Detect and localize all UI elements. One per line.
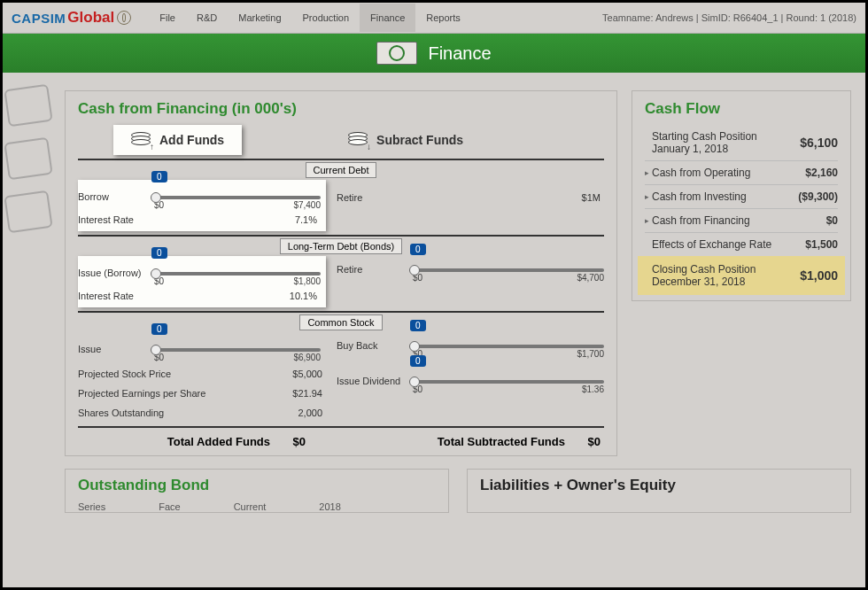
- borrow-value: 0: [151, 171, 167, 182]
- cashflow-label: Closing Cash Position December 31, 2018: [652, 263, 783, 288]
- expand-icon: ▸: [645, 192, 652, 201]
- menu-rnd[interactable]: R&D: [186, 4, 228, 32]
- menu-marketing[interactable]: Marketing: [228, 4, 291, 32]
- cashflow-row[interactable]: ▸Cash from Operating$2,160: [645, 160, 838, 184]
- section-common-stock: Common Stock Issue 0 $0$6,900: [78, 313, 604, 423]
- cashflow-value: $2,160: [783, 167, 838, 179]
- cashflow-label: Cash from Financing: [652, 214, 783, 227]
- interest-label: Interest Rate: [78, 214, 154, 225]
- coins-add-icon: ↑: [131, 132, 151, 148]
- outstanding-bond-panel: Outstanding Bond Series Face Current 201…: [65, 469, 449, 513]
- buyback-slider[interactable]: 0 $0$1,700: [413, 332, 604, 359]
- logo-text-1: CAPSIM: [12, 11, 66, 26]
- section-long-term: Long-Term Debt (Bonds) Issue (Borrow) 0 …: [78, 237, 604, 307]
- total-added: $0: [270, 435, 306, 448]
- cashflow-row: Starting Cash Position January 1, 2018$6…: [645, 125, 838, 160]
- retire-label: Retire: [337, 264, 413, 275]
- cashflow-row: Closing Cash Position December 31, 2018$…: [638, 256, 845, 295]
- cash-icon: [376, 42, 417, 65]
- stock-issue-slider[interactable]: 0 $0$6,900: [154, 336, 321, 362]
- tab-subtract-label: Subract Funds: [376, 133, 463, 147]
- cashflow-value: $0: [783, 214, 838, 227]
- financing-panel: Cash from Financing (in 000's) ↑ Add Fun…: [65, 90, 617, 456]
- globe-icon: [117, 11, 131, 25]
- page-banner: Finance: [3, 34, 865, 73]
- panel-title: Cash from Financing (in 000's): [78, 100, 604, 118]
- cashflow-label: Cash from Investing: [652, 190, 783, 203]
- cashflow-value: $1,500: [783, 238, 838, 251]
- totals-row: Total Added Funds $0 Total Subtracted Fu…: [78, 428, 604, 450]
- expand-icon: ▸: [645, 216, 652, 225]
- logo-text-2: Global: [67, 9, 114, 27]
- cashflow-panel: Cash Flow Starting Cash Position January…: [632, 90, 851, 301]
- menu-file[interactable]: File: [149, 4, 186, 32]
- cashflow-row: Effects of Exchange Rate$1,500: [645, 232, 838, 256]
- cashflow-label: Cash from Operating: [652, 167, 783, 179]
- issue-slider[interactable]: 0 $0$1,800: [154, 260, 321, 286]
- coins-subtract-icon: ↓: [348, 132, 368, 148]
- issue-label: Issue (Borrow): [78, 268, 154, 278]
- tab-subtract-funds[interactable]: ↓ Subract Funds: [330, 125, 481, 155]
- liabilities-panel: Liabilities + Owner's Equity: [467, 469, 851, 513]
- cashflow-value: $1,000: [783, 268, 838, 283]
- menu-reports[interactable]: Reports: [415, 4, 471, 32]
- borrow-label: Borrow: [78, 191, 154, 202]
- logo: CAPSIM Global: [12, 9, 131, 27]
- section-current-debt: Current Debt Borrow 0 $0$7,400: [78, 160, 604, 231]
- session-info: Teamname: Andrews | SimID: R66404_1 | Ro…: [602, 12, 856, 23]
- banner-title: Finance: [428, 43, 491, 64]
- total-subtracted: $0: [565, 435, 601, 448]
- cashflow-value: $6,100: [783, 136, 838, 150]
- interest-value: 7.1%: [295, 214, 321, 225]
- retire-slider[interactable]: 0 $0$4,700: [413, 256, 604, 283]
- tab-add-label: Add Funds: [159, 133, 224, 147]
- cashflow-label: Effects of Exchange Rate: [652, 238, 783, 251]
- section-label: Current Debt: [306, 162, 377, 178]
- borrow-slider[interactable]: 0 $0$7,400: [154, 183, 321, 210]
- retire-value: $1M: [582, 192, 604, 203]
- expand-icon: ▸: [645, 168, 652, 177]
- cashflow-label: Starting Cash Position January 1, 2018: [652, 130, 783, 155]
- top-bar: CAPSIM Global File R&D Marketing Product…: [3, 3, 865, 34]
- tab-add-funds[interactable]: ↑ Add Funds: [113, 125, 242, 155]
- section-label: Common Stock: [299, 314, 382, 330]
- retire-label: Retire: [337, 192, 413, 203]
- cashflow-value: ($9,300): [783, 190, 838, 203]
- section-label: Long-Term Debt (Bonds): [280, 238, 402, 254]
- cashflow-row[interactable]: ▸Cash from Financing$0: [645, 208, 838, 232]
- cashflow-row[interactable]: ▸Cash from Investing($9,300): [645, 184, 838, 208]
- dividend-slider[interactable]: 0 $0$1.36: [413, 368, 604, 394]
- main-menu: File R&D Marketing Production Finance Re…: [149, 4, 471, 32]
- cashflow-title: Cash Flow: [645, 100, 838, 118]
- menu-finance[interactable]: Finance: [360, 4, 415, 32]
- menu-production[interactable]: Production: [292, 4, 360, 32]
